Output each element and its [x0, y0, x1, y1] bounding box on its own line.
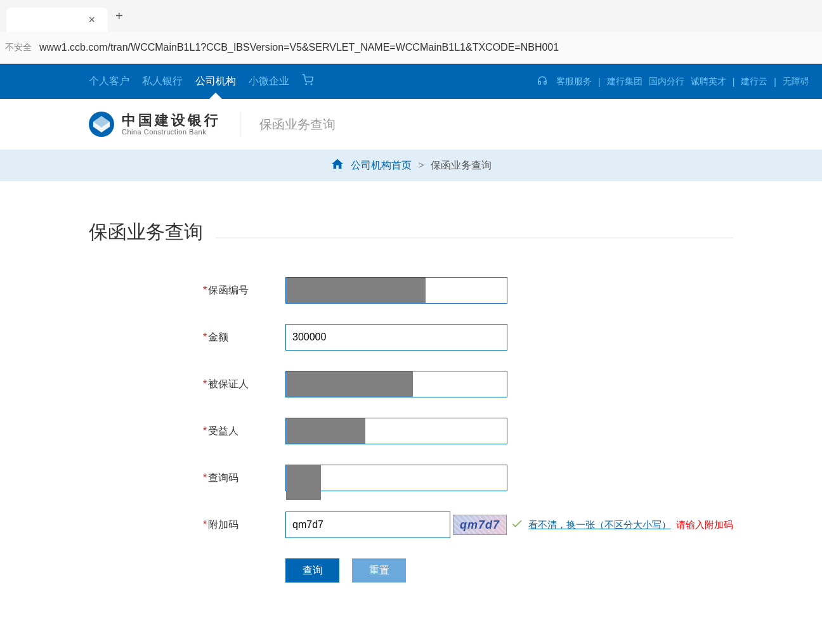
row-beneficiary: *受益人: [203, 418, 733, 444]
check-icon: [511, 517, 523, 533]
svg-point-0: [306, 84, 307, 85]
logo[interactable]: 中国建设银行 China Construction Bank: [89, 112, 221, 137]
row-guaranteed-party: *被保证人: [203, 371, 733, 397]
row-query-code: *查询码: [203, 465, 733, 491]
nav-cloud[interactable]: 建行云: [741, 76, 767, 87]
tab-bar: × +: [0, 0, 822, 32]
nav-corporate[interactable]: 公司机构: [195, 75, 236, 88]
row-buttons: 查询 重置: [203, 558, 733, 583]
nav-personal[interactable]: 个人客户: [89, 75, 129, 88]
new-tab-icon[interactable]: +: [115, 9, 123, 23]
redacted-overlay: [286, 371, 413, 397]
row-amount: *金额: [203, 324, 733, 351]
nav-group[interactable]: 建行集团: [607, 76, 643, 87]
label-beneficiary: 受益人: [208, 425, 238, 436]
submit-button[interactable]: 查询: [285, 558, 339, 583]
label-query-code: 查询码: [208, 472, 238, 483]
label-guaranteed-party: 被保证人: [208, 378, 249, 389]
top-nav: 个人客户 私人银行 公司机构 小微企业 客服服务 | 建行集团 国内分行 诚聘英…: [0, 64, 822, 99]
logo-en-text: China Construction Bank: [122, 128, 221, 136]
insecure-badge: 不安全: [5, 42, 32, 53]
breadcrumb-sep: >: [418, 160, 424, 171]
query-form: *保函编号 *金额 *被保证人 *受益人: [203, 277, 733, 583]
redacted-overlay: [286, 418, 365, 444]
nav-careers[interactable]: 诚聘英才: [691, 76, 726, 87]
main-content: 保函业务查询 *保函编号 *金额 *被保证人 *受益人: [0, 181, 822, 641]
row-captcha: *附加码 qm7d7 看不清，换一张（不区分大小写） 请输入附加码: [203, 512, 733, 538]
label-amount: 金额: [208, 332, 228, 342]
nav-left: 个人客户 私人银行 公司机构 小微企业: [89, 74, 313, 89]
address-bar: 不安全 www1.ccb.com/tran/WCCMainB1L1?CCB_IB…: [0, 32, 822, 63]
reset-button[interactable]: 重置: [352, 558, 406, 583]
tab-close-icon[interactable]: ×: [88, 13, 95, 27]
row-guarantee-no: *保函编号: [203, 277, 733, 304]
label-guarantee-no: 保函编号: [208, 285, 249, 295]
captcha-refresh-link[interactable]: 看不清，换一张（不区分大小写）: [528, 519, 671, 531]
cart-icon[interactable]: [302, 74, 313, 89]
label-captcha: 附加码: [208, 519, 238, 530]
nav-sme[interactable]: 小微企业: [249, 75, 289, 88]
captcha-image[interactable]: qm7d7: [453, 515, 507, 535]
logo-bar: 中国建设银行 China Construction Bank 保函业务查询: [0, 99, 822, 150]
breadcrumb-current: 保函业务查询: [431, 159, 492, 172]
breadcrumb-home[interactable]: 公司机构首页: [351, 159, 412, 172]
nav-branches[interactable]: 国内分行: [649, 76, 684, 87]
redacted-overlay: [286, 278, 426, 303]
page-name: 保函业务查询: [259, 116, 336, 133]
browser-tab[interactable]: ×: [6, 8, 108, 32]
redacted-overlay: [286, 465, 321, 500]
logo-cn-text: 中国建设银行: [122, 113, 221, 128]
breadcrumb: 公司机构首页 > 保函业务查询: [0, 150, 822, 181]
captcha-hint: 请输入附加码: [676, 519, 733, 531]
nav-accessibility[interactable]: 无障碍: [783, 76, 809, 87]
home-icon: [330, 157, 344, 174]
divider: [240, 112, 240, 137]
amount-input[interactable]: [285, 324, 507, 351]
logo-icon: [89, 112, 114, 137]
nav-right: 客服服务 | 建行集团 国内分行 诚聘英才 | 建行云 | 无障碍: [537, 75, 809, 87]
nav-service[interactable]: 客服服务: [556, 76, 592, 87]
url-text[interactable]: www1.ccb.com/tran/WCCMainB1L1?CCB_IBSVer…: [39, 42, 559, 53]
captcha-input[interactable]: [285, 512, 450, 538]
headset-icon: [537, 75, 547, 87]
browser-chrome: × + 不安全 www1.ccb.com/tran/WCCMainB1L1?CC…: [0, 0, 822, 64]
page-title: 保函业务查询: [89, 219, 733, 245]
svg-point-1: [311, 84, 312, 85]
nav-private[interactable]: 私人银行: [142, 75, 183, 88]
